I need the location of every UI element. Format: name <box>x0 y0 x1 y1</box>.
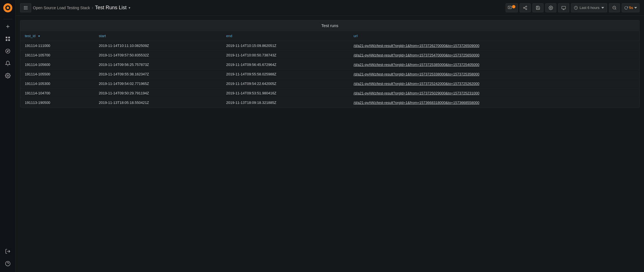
breadcrumb: Open Source Load Testing Stack › Test Ru… <box>33 5 130 11</box>
column-end[interactable]: end <box>222 31 349 41</box>
cell-url[interactable]: /d/a21-pyAWz/test-result?orgId=1&from=15… <box>349 60 639 70</box>
breadcrumb-app-name[interactable]: Open Source Load Testing Stack <box>33 6 90 10</box>
share-button[interactable] <box>520 3 531 12</box>
cell-start: 2019-11-14T09:55:38.162347Z <box>94 70 222 79</box>
table-row: 191113-1905002019-11-13T18:05:18.550421Z… <box>20 98 639 108</box>
breadcrumb-separator: › <box>92 5 93 11</box>
cell-test-id: 191113-190500 <box>20 98 94 108</box>
cell-end: 2019-11-14T09:55:58.025988Z <box>222 70 349 79</box>
cell-test-id: 191114-105700 <box>20 51 94 60</box>
svg-point-2 <box>6 7 9 9</box>
dashboard-title[interactable]: Test Runs List ▾ <box>95 5 130 11</box>
svg-rect-20 <box>27 7 27 8</box>
sidebar-item-settings[interactable] <box>2 70 13 81</box>
sidebar <box>0 0 16 272</box>
topbar-actions: Last 6 hours 5s <box>506 3 640 12</box>
cell-start: 2019-11-14T09:54:02.771965Z <box>94 79 222 89</box>
refresh-button[interactable]: 5s <box>622 3 640 12</box>
refresh-rate-label: 5s <box>629 6 633 10</box>
table-row: 191114-1057002019-11-14T09:57:50.835532Z… <box>20 51 639 60</box>
table-header-row: test_id ▼ start end url <box>20 31 639 41</box>
dashboard-title-text: Test Runs List <box>95 5 126 11</box>
svg-marker-38 <box>601 7 604 9</box>
svg-point-11 <box>7 75 8 77</box>
svg-rect-17 <box>27 6 27 7</box>
test-runs-table: test_id ▼ start end url <box>20 31 639 107</box>
cell-start: 2019-11-14T10:11:10.082509Z <box>94 41 222 51</box>
svg-point-33 <box>550 7 551 8</box>
cell-end: 2019-11-14T09:54:22.642005Z <box>222 79 349 89</box>
column-start[interactable]: start <box>94 31 222 41</box>
sidebar-divider-top <box>3 19 12 19</box>
column-test-id-label: test_id <box>25 34 35 38</box>
dropdown-arrow-icon: ▾ <box>129 6 130 10</box>
svg-rect-5 <box>6 37 7 39</box>
column-start-label: start <box>99 34 106 38</box>
cell-url[interactable]: /d/a21-pyAWz/test-result?orgId=1&from=15… <box>349 89 639 98</box>
svg-rect-22 <box>25 9 26 9</box>
content-area: Test runs test_id ▼ start end <box>16 16 644 272</box>
svg-line-32 <box>525 7 526 8</box>
cell-url[interactable]: /d/a21-pyAWz/test-result?orgId=1&from=15… <box>349 79 639 89</box>
svg-rect-8 <box>8 39 10 41</box>
cell-test-id: 191114-111000 <box>20 41 94 51</box>
cell-start: 2019-11-13T18:05:18.550421Z <box>94 98 222 108</box>
cell-end: 2019-11-13T18:09:18.321885Z <box>222 98 349 108</box>
svg-rect-18 <box>24 7 25 8</box>
cell-url[interactable]: /d/a21-pyAWz/test-result?orgId=1&from=15… <box>349 70 639 79</box>
topbar-nav: Open Source Load Testing Stack › Test Ru… <box>20 3 503 12</box>
column-url[interactable]: url <box>349 31 639 41</box>
svg-point-27 <box>512 5 515 8</box>
cell-url[interactable]: /d/a21-pyAWz/test-result?orgId=1&from=15… <box>349 98 639 108</box>
svg-line-31 <box>525 8 526 9</box>
sidebar-item-help[interactable] <box>2 258 13 269</box>
grafana-logo[interactable] <box>2 2 13 13</box>
cell-start: 2019-11-14T09:56:25.757873Z <box>94 60 222 70</box>
sidebar-item-add[interactable] <box>2 21 13 32</box>
column-url-label: url <box>354 34 357 38</box>
time-picker-button[interactable]: Last 6 hours <box>571 3 607 12</box>
app-grid-button[interactable] <box>20 3 31 12</box>
cell-test-id: 191114-104700 <box>20 89 94 98</box>
sort-icon: ▼ <box>38 35 40 38</box>
sidebar-item-dashboard[interactable] <box>2 33 13 44</box>
cell-start: 2019-11-14T09:57:50.835532Z <box>94 51 222 60</box>
cell-end: 2019-11-14T09:56:45.672964Z <box>222 60 349 70</box>
svg-marker-42 <box>634 7 637 9</box>
svg-rect-7 <box>6 39 7 41</box>
table-row: 191114-1055002019-11-14T09:55:38.162347Z… <box>20 70 639 79</box>
sidebar-item-signout[interactable] <box>2 246 13 257</box>
sidebar-item-explore[interactable] <box>2 46 13 57</box>
cell-url[interactable]: /d/a21-pyAWz/test-result?orgId=1&from=15… <box>349 51 639 60</box>
cell-end: 2019-11-14T10:00:50.738743Z <box>222 51 349 60</box>
column-end-label: end <box>226 34 232 38</box>
svg-rect-23 <box>27 9 27 9</box>
tv-mode-button[interactable] <box>558 3 569 12</box>
svg-line-40 <box>615 9 616 9</box>
panel-title: Test runs <box>20 20 639 31</box>
table-row: 191114-1110002019-11-14T10:11:10.082509Z… <box>20 41 639 51</box>
zoom-out-button[interactable] <box>609 3 620 12</box>
save-button[interactable] <box>532 3 544 12</box>
cell-start: 2019-11-14T09:50:29.791194Z <box>94 89 222 98</box>
cell-test-id: 191114-105600 <box>20 60 94 70</box>
test-runs-panel: Test runs test_id ▼ start end <box>20 20 640 108</box>
svg-point-30 <box>526 8 527 9</box>
table-row: 191114-1056002019-11-14T09:56:25.757873Z… <box>20 60 639 70</box>
column-test-id[interactable]: test_id ▼ <box>20 31 94 41</box>
cell-end: 2019-11-14T09:53:51.980416Z <box>222 89 349 98</box>
svg-rect-6 <box>8 37 10 39</box>
table-row: 191114-1053002019-11-14T09:54:02.771965Z… <box>20 79 639 89</box>
svg-rect-16 <box>25 6 26 7</box>
cell-url[interactable]: /d/a21-pyAWz/test-result?orgId=1&from=15… <box>349 41 639 51</box>
svg-point-29 <box>523 7 525 8</box>
add-panel-button[interactable] <box>506 3 518 12</box>
svg-rect-19 <box>25 7 26 8</box>
cell-test-id: 191114-105300 <box>20 79 94 89</box>
svg-rect-34 <box>562 6 565 9</box>
sidebar-item-alerting[interactable] <box>2 58 13 69</box>
svg-rect-15 <box>24 6 25 7</box>
dashboard-settings-button[interactable] <box>545 3 556 12</box>
table-row: 191114-1047002019-11-14T09:50:29.791194Z… <box>20 89 639 98</box>
svg-rect-21 <box>24 9 25 9</box>
